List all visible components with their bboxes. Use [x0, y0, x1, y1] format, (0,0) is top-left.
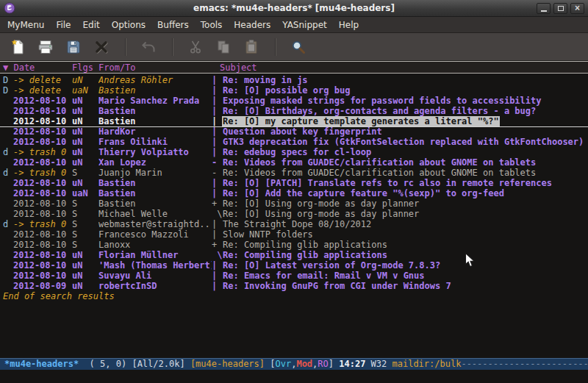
emacs-frame: emacs: *mu4e-headers* [mu4e-headers] × M…: [0, 0, 588, 383]
message-date: 2012-08-10: [13, 188, 72, 198]
mark-char: [3, 240, 13, 250]
message-row[interactable]: 2012-08-10 uN HardKor | Question about k…: [0, 126, 588, 137]
paste-button[interactable]: [240, 36, 263, 58]
minimize-icon: [541, 10, 547, 12]
mark-char: [3, 260, 13, 271]
thread-char: |: [212, 219, 222, 229]
header-line: ▼ Date Flgs From/To Subject: [0, 61, 588, 74]
message-row[interactable]: 2012-08-10 S Bastien + Re: [O] Using org…: [0, 198, 588, 209]
search-button[interactable]: [287, 36, 310, 58]
column-subject[interactable]: Subject: [212, 62, 257, 73]
message-date: 2012-08-10: [13, 126, 72, 137]
message-from: Francesco Mazzoli: [98, 229, 212, 240]
message-flags: uN: [72, 147, 98, 157]
rows-container: D -> delete uN Andreas Röhler | Re: movi…: [0, 75, 588, 291]
message-flags: uN: [72, 126, 98, 137]
message-date: 2012-08-10: [13, 229, 72, 240]
message-flags: uN: [72, 75, 98, 85]
modeline-segment: ]: [329, 359, 339, 369]
save-button[interactable]: [62, 36, 85, 58]
column-flags[interactable]: Flgs: [72, 62, 98, 73]
message-date: 2012-08-10: [13, 96, 72, 106]
message-from: Frans Oilinki: [98, 137, 212, 147]
message-flags: uN: [72, 157, 98, 168]
message-row[interactable]: d -> trash 0 S Juanjo Marin - Re: Videos…: [0, 168, 588, 178]
end-of-search-results: End of search results: [0, 291, 588, 301]
message-date: 2012-08-10: [13, 178, 72, 188]
message-row[interactable]: d -> trash 0 S webmaster@straightd... | …: [0, 219, 588, 229]
message-subject: Re: [O] [PATCH] Translate refs to rc als…: [222, 178, 588, 188]
message-row[interactable]: 2012-08-10 uN Mario Sanchez Prada | Expo…: [0, 96, 588, 106]
menu-options[interactable]: Options: [106, 18, 151, 32]
message-row[interactable]: 2012-08-10 uN 'Mash (Thomas Herbert) | R…: [0, 260, 588, 271]
message-row[interactable]: 2012-08-10 uN Florian Müllner \ Re: Comp…: [0, 250, 588, 260]
toolbar-separator: [172, 38, 173, 56]
undo-button[interactable]: [137, 36, 160, 58]
message-from: Suvayu Ali: [98, 271, 212, 281]
message-row[interactable]: 2012-08-10 S Michael Welle \ Re: [O] Usi…: [0, 209, 588, 219]
message-row[interactable]: d -> trash 0 uN Thierry Volpiatto | Re: …: [0, 147, 588, 157]
menu-edit[interactable]: Edit: [77, 18, 106, 32]
toolbar-separator: [275, 38, 276, 56]
close-button[interactable]: ×: [570, 3, 584, 14]
message-flags: S: [72, 209, 98, 219]
menu-buffers[interactable]: Buffers: [151, 18, 195, 32]
new-file-button[interactable]: [6, 36, 29, 58]
mark-char: d: [3, 147, 13, 157]
mark-char: d: [3, 219, 13, 229]
maximize-icon: [558, 6, 564, 11]
mark-char: [3, 116, 13, 126]
message-from: Bastien: [98, 85, 212, 96]
message-row[interactable]: D -> delete uN Andreas Röhler | Re: movi…: [0, 75, 588, 85]
message-row[interactable]: 2012-08-10 uN Suvayu Ali | Re: Emacs for…: [0, 271, 588, 281]
thread-char: |: [212, 188, 222, 198]
message-row[interactable]: 2012-08-10 S Francesco Mazzoli | Slow NN…: [0, 229, 588, 240]
menu-help[interactable]: Help: [333, 18, 365, 32]
message-subject: GTK3 deprecation fix (GtkFontSelection r…: [222, 137, 588, 147]
message-row[interactable]: 2012-08-10 uN Bastien | Re: [O] my captu…: [0, 116, 588, 127]
message-row[interactable]: 2012-08-10 uN Bastien | Re: [O] [PATCH] …: [0, 178, 588, 188]
mark-char: [3, 96, 13, 106]
sort-column-date[interactable]: ▼ Date: [3, 62, 72, 73]
menu-yasnippet[interactable]: YASnippet: [276, 18, 333, 32]
message-row[interactable]: 2012-08-10 uN Frans Oilinki | GTK3 depre…: [0, 137, 588, 147]
copy-icon: [215, 38, 232, 56]
copy-button[interactable]: [212, 36, 235, 58]
print-button[interactable]: [34, 36, 57, 58]
message-from: Bastien: [98, 178, 212, 188]
mark-char: d: [3, 168, 13, 178]
minimize-button[interactable]: [537, 3, 551, 14]
mark-char: D: [3, 75, 13, 85]
menu-mymenu[interactable]: MyMenu: [1, 18, 50, 32]
message-subject: Exposing masked strings for password fie…: [222, 96, 588, 106]
message-from: Lanoxx: [98, 240, 212, 250]
menu-file[interactable]: File: [50, 18, 76, 32]
message-subject: Re: moving in js: [222, 75, 588, 85]
modeline-segment: [mu4e-headers]: [190, 359, 270, 369]
window-controls: ×: [537, 3, 584, 14]
paste-icon: [243, 38, 260, 56]
menu-tools[interactable]: Tools: [195, 18, 229, 32]
undo-icon: [140, 38, 157, 56]
message-flags: uN: [72, 250, 98, 260]
message-row[interactable]: D -> delete uaN Bastien | Re: [O] possib…: [0, 85, 588, 96]
modeline-segment: Ovr: [276, 359, 292, 369]
modeline-segment: [: [270, 359, 275, 369]
message-subject: Re: Emacs for email: Rmail v VM v Gnus: [222, 271, 588, 281]
message-from: Bastien: [98, 188, 212, 198]
mark-char: [3, 229, 13, 240]
cut-icon: [187, 38, 204, 56]
message-row[interactable]: 2012-08-10 S Lanoxx + Re: Compiling glib…: [0, 240, 588, 250]
message-date: -> delete: [13, 85, 72, 96]
menu-headers[interactable]: Headers: [228, 18, 276, 32]
column-from[interactable]: From/To: [98, 62, 212, 73]
message-row[interactable]: 2012-08-10 uN Xan Lopez - Re: Videos fro…: [0, 157, 588, 168]
message-from: Michael Welle: [98, 209, 212, 219]
message-row[interactable]: 2012-08-10 uaN Bastien | Re: [O] Add the…: [0, 188, 588, 198]
maximize-button[interactable]: [553, 3, 567, 14]
message-row[interactable]: 2012-08-10 uN Bastien | Re: [O] Birthday…: [0, 106, 588, 116]
message-subject: Re: Videos from GUADEC/clarification abo…: [222, 157, 588, 168]
close-buffer-button[interactable]: [90, 36, 113, 58]
message-row[interactable]: 2012-08-09 uN robertcInSD | Re: Invoking…: [0, 281, 588, 291]
cut-button[interactable]: [184, 36, 207, 58]
